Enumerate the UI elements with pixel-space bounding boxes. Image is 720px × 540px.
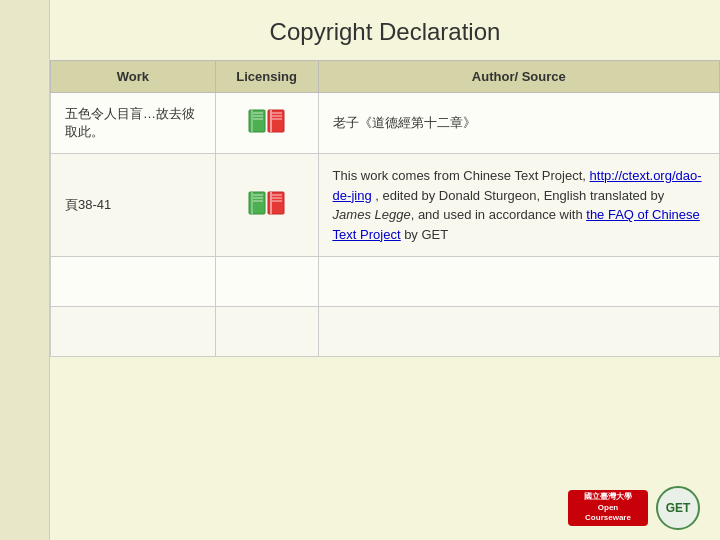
book-icon	[248, 189, 286, 219]
licensing-cell	[215, 154, 318, 257]
author-text: 老子《道德經第十二章》	[333, 115, 476, 130]
svg-rect-11	[251, 192, 253, 214]
ctext-link[interactable]: http://ctext.org/dao-de-jing	[333, 168, 702, 203]
author-cell: This work comes from Chinese Text Projec…	[318, 154, 719, 257]
work-cell	[51, 257, 216, 307]
nthu-logo: 國立臺灣大學OpenCourseware	[568, 490, 648, 526]
col-header-author: Author/ Source	[318, 61, 719, 93]
get-logo-text: GET	[666, 501, 691, 515]
svg-rect-16	[270, 192, 272, 214]
work-cell: 頁38-41	[51, 154, 216, 257]
work-cell	[51, 307, 216, 357]
page-title: Copyright Declaration	[50, 0, 720, 60]
author-cell: 老子《道德經第十二章》	[318, 93, 719, 154]
col-header-licensing: Licensing	[215, 61, 318, 93]
author-source-text: This work comes from Chinese Text Projec…	[333, 168, 702, 242]
work-cell: 五色令人目盲…故去彼取此。	[51, 93, 216, 154]
left-sidebar	[0, 0, 50, 540]
footer-logos: 國立臺灣大學OpenCourseware GET	[568, 486, 700, 530]
author-cell	[318, 307, 719, 357]
licensing-cell	[215, 257, 318, 307]
table-row: 五色令人目盲…故去彼取此。	[51, 93, 720, 154]
copyright-table: Work Licensing Author/ Source 五色令人目盲…故去彼…	[50, 60, 720, 357]
svg-rect-6	[270, 110, 272, 132]
table-row: 頁38-41	[51, 154, 720, 257]
licensing-cell	[215, 307, 318, 357]
book-icon	[248, 107, 286, 137]
table-row	[51, 257, 720, 307]
svg-rect-1	[251, 110, 253, 132]
licensing-cell	[215, 93, 318, 154]
table-row	[51, 307, 720, 357]
work-text: 頁38-41	[65, 197, 111, 212]
author-cell	[318, 257, 719, 307]
work-text: 五色令人目盲…故去彼取此。	[65, 106, 195, 139]
get-logo: GET	[656, 486, 700, 530]
col-header-work: Work	[51, 61, 216, 93]
